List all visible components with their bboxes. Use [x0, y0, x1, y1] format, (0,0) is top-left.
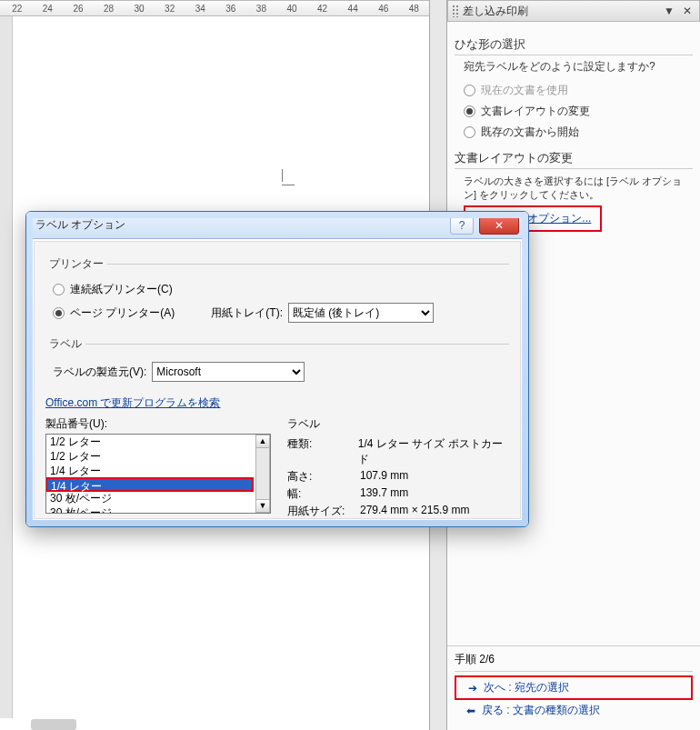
radio-icon — [464, 85, 475, 96]
radio-page-label: ページ プリンター(A) — [70, 305, 175, 321]
listbox-item[interactable]: 30 枚/ページ — [46, 505, 255, 514]
ruler-tick: 40 — [276, 4, 307, 14]
section-template-title: ひな形の選択 — [455, 35, 693, 55]
section-layout-title: 文書レイアウトの変更 — [455, 148, 693, 169]
label-options-dialog: ラベル オプション ? ✕ プリンター 連続紙プリンター(C) ページ プリンタ… — [25, 211, 529, 527]
scroll-down-icon[interactable]: ▼ — [255, 499, 270, 513]
template-option: 現在の文書を使用 — [464, 80, 693, 101]
radio-page-printer[interactable] — [53, 307, 65, 319]
template-option-label: 現在の文書を使用 — [481, 83, 568, 98]
listbox-item[interactable]: 1/4 レター — [45, 477, 254, 492]
horizontal-scrollbar-thumb[interactable] — [31, 719, 76, 730]
task-pane-header: 差し込み印刷 ▼ ✕ — [447, 0, 700, 22]
radio-icon[interactable] — [464, 126, 475, 138]
template-option[interactable]: 文書レイアウトの変更 — [464, 101, 693, 122]
step-counter: 手順 2/6 — [455, 650, 693, 671]
label-legend: ラベル — [45, 336, 85, 352]
ruler-tick: 46 — [368, 4, 399, 14]
page-corner-mark — [282, 169, 298, 185]
next-step-text: 次へ : 宛先の選択 — [484, 680, 569, 695]
listbox-item[interactable]: 30 枚/ページ — [46, 491, 255, 505]
layout-hint: ラベルの大きさを選択するには [ラベル オプション] をクリックしてください。 — [464, 175, 693, 202]
ruler-tick: 34 — [185, 4, 215, 14]
ruler-tick: 30 — [124, 4, 155, 14]
template-option-label: 文書レイアウトの変更 — [481, 104, 590, 119]
listbox-item[interactable]: 1/4 レター — [46, 464, 255, 478]
template-option[interactable]: 既存の文書から開始 — [464, 122, 693, 143]
width-key: 幅: — [287, 486, 360, 502]
ruler-tick: 28 — [94, 4, 125, 14]
prev-step-link[interactable]: ⬅ 戻る : 文書の種類の選択 — [455, 700, 693, 721]
tray-label: 用紙トレイ(T): — [211, 305, 283, 321]
step-navigation: 手順 2/6 ➔ 次へ : 宛先の選択 ⬅ 戻る : 文書の種類の選択 — [447, 645, 700, 730]
ruler-tick: 36 — [215, 4, 246, 14]
task-pane-menu-button[interactable]: ▼ — [661, 4, 677, 18]
tray-select[interactable]: 既定値 (後トレイ) — [288, 303, 434, 323]
ruler-tick: 48 — [399, 4, 430, 14]
next-step-link[interactable]: ➔ 次へ : 宛先の選択 — [456, 677, 691, 698]
type-key: 種類: — [287, 436, 358, 467]
type-value: 1/4 レター サイズ ポストカード — [358, 436, 509, 467]
template-question: 宛先ラベルをどのように設定しますか? — [464, 59, 693, 75]
dialog-help-button[interactable]: ? — [450, 216, 474, 235]
scroll-up-icon[interactable]: ▲ — [255, 435, 270, 448]
width-value: 139.7 mm — [360, 486, 408, 502]
listbox-scrollbar[interactable]: ▲ ▼ — [255, 435, 270, 513]
product-number-listbox[interactable]: 1/2 レター1/2 レター1/4 レター1/4 レター30 枚/ページ30 枚… — [45, 434, 271, 514]
horizontal-ruler: 2224262830323436384042444648 — [0, 0, 429, 16]
ruler-tick: 38 — [246, 4, 277, 14]
paper-value: 279.4 mm × 215.9 mm — [360, 504, 469, 519]
arrow-left-icon: ⬅ — [465, 705, 476, 716]
task-pane-title: 差し込み印刷 — [463, 4, 659, 19]
height-key: 高さ: — [287, 469, 360, 485]
radio-continuous-printer[interactable] — [53, 284, 65, 295]
grip-icon[interactable] — [452, 5, 459, 17]
template-option-label: 既存の文書から開始 — [481, 125, 579, 140]
height-value: 107.9 mm — [360, 469, 408, 485]
vendor-label: ラベルの製造元(V): — [53, 365, 146, 380]
listbox-item[interactable]: 1/2 レター — [46, 449, 255, 464]
arrow-right-icon: ➔ — [467, 683, 478, 694]
next-step-highlight: ➔ 次へ : 宛先の選択 — [455, 675, 693, 700]
vendor-select[interactable]: Microsoft — [152, 362, 305, 382]
label-group: ラベル ラベルの製造元(V): Microsoft — [45, 336, 509, 388]
ruler-tick: 44 — [337, 4, 368, 14]
radio-continuous-label: 連続紙プリンター(C) — [70, 282, 173, 297]
ruler-tick: 24 — [33, 4, 64, 14]
ruler-tick: 22 — [2, 4, 33, 14]
left-gutter — [0, 16, 13, 718]
paper-key: 用紙サイズ: — [287, 504, 360, 519]
office-update-link[interactable]: Office.com で更新プログラムを検索 — [45, 396, 220, 409]
scroll-track[interactable] — [255, 448, 270, 499]
ruler-tick: 32 — [155, 4, 185, 14]
radio-icon[interactable] — [464, 105, 475, 117]
printer-group: プリンター 連続紙プリンター(C) ページ プリンター(A) 用紙トレイ(T):… — [45, 256, 509, 329]
task-pane-close-button[interactable]: ✕ — [679, 4, 695, 18]
dialog-close-button[interactable]: ✕ — [479, 216, 519, 235]
ruler-tick: 26 — [63, 4, 94, 14]
dialog-title-text: ラベル オプション — [35, 217, 450, 233]
prev-step-text: 戻る : 文書の種類の選択 — [482, 703, 600, 718]
dialog-titlebar[interactable]: ラベル オプション ? ✕ — [26, 212, 528, 239]
product-number-label: 製品番号(U): — [45, 416, 271, 432]
ruler-tick: 42 — [307, 4, 338, 14]
label-info-header: ラベル — [287, 416, 509, 432]
printer-legend: プリンター — [45, 256, 107, 272]
listbox-item[interactable]: 1/2 レター — [46, 435, 255, 449]
